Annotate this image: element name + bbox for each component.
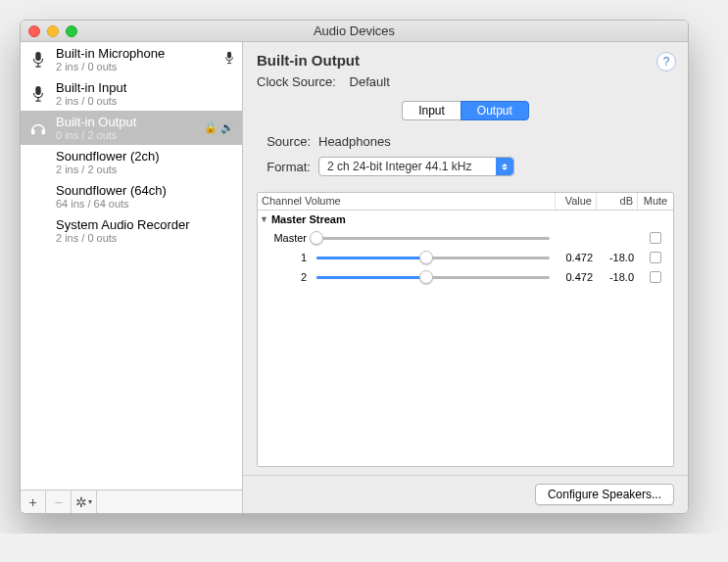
- tab-input[interactable]: Input: [402, 101, 461, 120]
- header-db[interactable]: dB: [597, 193, 638, 210]
- select-arrows-icon: [496, 158, 513, 175]
- io-tabs: Input Output: [257, 101, 674, 120]
- clock-source-label: Clock Source:: [257, 74, 336, 89]
- header-value[interactable]: Value: [556, 193, 597, 210]
- device-name: Built-in Input: [56, 80, 226, 95]
- group-title: Master Stream: [271, 213, 346, 225]
- mute-checkbox[interactable]: [650, 271, 661, 283]
- device-title: Built-in Output: [257, 52, 674, 69]
- header-mute[interactable]: Mute: [638, 193, 673, 210]
- volume-slider: [311, 237, 556, 240]
- channel-volume-table: Channel Volume Value dB Mute ▼Master Str…: [257, 192, 674, 467]
- device-row[interactable]: System Audio Recorder2 ins / 0 outs: [21, 213, 242, 248]
- stream-group[interactable]: ▼Master Stream: [258, 211, 673, 228]
- disclosure-triangle-icon: ▼: [260, 214, 268, 224]
- device-io-count: 0 ins / 2 outs: [56, 129, 196, 141]
- sidebar: Built-in Microphone2 ins / 0 outsBuilt-i…: [21, 42, 243, 513]
- titlebar[interactable]: Audio Devices: [21, 21, 688, 42]
- channel-value: 0.472: [556, 252, 597, 263]
- volume-slider[interactable]: [311, 257, 556, 259]
- device-io-count: 2 ins / 0 outs: [56, 95, 226, 107]
- format-select[interactable]: 2 ch 24-bit Integer 44.1 kHz: [318, 157, 514, 176]
- mic-icon: [28, 85, 48, 103]
- mute-checkbox[interactable]: [650, 252, 661, 263]
- mute-checkbox[interactable]: [650, 232, 661, 244]
- add-device-button[interactable]: +: [21, 491, 46, 514]
- source-value: Headphones: [318, 134, 391, 149]
- channel-name: 2: [269, 271, 311, 283]
- gear-menu-button[interactable]: ✲▾: [72, 491, 97, 514]
- gear-icon: ✲: [75, 494, 87, 510]
- mic-icon: [28, 51, 48, 69]
- zoom-icon[interactable]: [66, 25, 77, 37]
- audio-devices-window: Audio Devices Built-in Microphone2 ins /…: [20, 20, 689, 514]
- configure-speakers-button[interactable]: Configure Speakers...: [535, 484, 674, 505]
- svg-rect-0: [35, 51, 40, 60]
- chevron-down-icon: ▾: [88, 497, 92, 506]
- tab-output[interactable]: Output: [461, 101, 529, 120]
- device-row[interactable]: Built-in Microphone2 ins / 0 outs: [21, 42, 242, 76]
- device-name: Soundflower (2ch): [56, 149, 226, 164]
- default-input-icon: [224, 51, 234, 68]
- device-io-count: 64 ins / 64 outs: [56, 198, 226, 210]
- default-output-icon: 🔒 🔊: [204, 121, 234, 134]
- device-row[interactable]: Built-in Input2 ins / 0 outs: [21, 76, 242, 111]
- channel-row: Master: [258, 228, 673, 248]
- channel-name: 1: [269, 252, 311, 263]
- source-label: Source:: [257, 134, 311, 149]
- svg-rect-9: [31, 128, 35, 133]
- window-title: Audio Devices: [314, 23, 395, 38]
- minimize-icon[interactable]: [47, 25, 59, 37]
- svg-rect-3: [227, 52, 231, 59]
- channel-row: 20.472-18.0: [258, 267, 673, 287]
- remove-device-button[interactable]: −: [46, 491, 72, 514]
- device-name: Built-in Microphone: [56, 46, 217, 61]
- sidebar-toolbar: + − ✲▾: [21, 490, 242, 513]
- channel-value: 0.472: [556, 271, 597, 283]
- header-channel[interactable]: Channel Volume: [258, 193, 556, 210]
- channel-name: Master: [269, 232, 311, 244]
- clock-source-value: Default: [350, 74, 390, 89]
- format-label: Format:: [257, 160, 311, 174]
- close-icon[interactable]: [28, 25, 40, 37]
- format-value: 2 ch 24-bit Integer 44.1 kHz: [327, 160, 471, 173]
- channel-db: -18.0: [597, 252, 638, 263]
- device-name: Soundflower (64ch): [56, 183, 226, 198]
- detail-pane: Built-in Output ? Clock Source: Default …: [243, 42, 688, 513]
- device-row[interactable]: Built-in Output0 ins / 2 outs🔒 🔊: [21, 111, 242, 145]
- device-row[interactable]: Soundflower (64ch)64 ins / 64 outs: [21, 179, 242, 213]
- device-io-count: 2 ins / 0 outs: [56, 232, 226, 244]
- device-io-count: 2 ins / 2 outs: [56, 164, 226, 175]
- svg-rect-6: [35, 85, 40, 94]
- device-io-count: 2 ins / 0 outs: [56, 61, 217, 72]
- channel-db: -18.0: [597, 271, 638, 283]
- device-row[interactable]: Soundflower (2ch)2 ins / 2 outs: [21, 145, 242, 179]
- volume-slider[interactable]: [311, 276, 556, 279]
- headphones-icon: [28, 120, 48, 136]
- channel-row: 10.472-18.0: [258, 248, 673, 267]
- device-name: System Audio Recorder: [56, 217, 226, 232]
- device-list: Built-in Microphone2 ins / 0 outsBuilt-i…: [21, 42, 242, 490]
- help-button[interactable]: ?: [656, 52, 676, 71]
- device-name: Built-in Output: [56, 115, 196, 129]
- svg-rect-10: [42, 128, 46, 133]
